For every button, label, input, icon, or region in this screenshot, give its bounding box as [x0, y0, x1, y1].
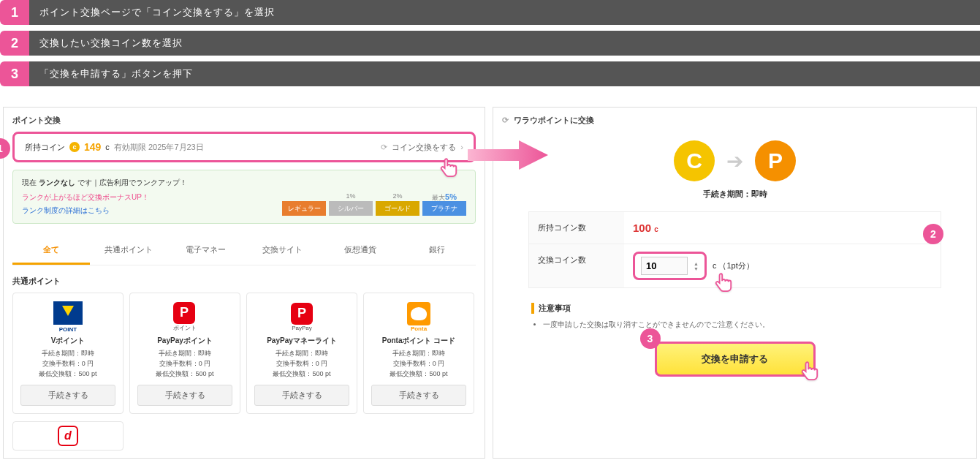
card-proceed-button[interactable]: 手続きする — [254, 385, 349, 406]
coin-icon: c — [69, 142, 80, 152]
step-2: 2 交換したい交換コイン数を選択 — [0, 31, 980, 56]
balance-amount: 149 — [84, 141, 101, 153]
balance-unit: c — [105, 143, 110, 151]
tab-emoney[interactable]: 電子マネー — [167, 237, 244, 265]
rank-regular: レギュラー — [282, 201, 326, 216]
exchange-card-list: POINT Vポイント 手続き期間：即時 交換手数料：0 円 最低交換額：500… — [12, 293, 476, 414]
card-proceed-button[interactable]: 手続きする — [137, 385, 232, 406]
card-dpoint[interactable]: d — [12, 421, 124, 451]
ponta-logo-icon: Ponta — [371, 301, 466, 333]
exchange-info-table: 所持コイン数 100 c 交換コイン数 2 ▲▼ c （1pt分） — [528, 211, 941, 288]
balance-bar[interactable]: 1 所持コイン c 149 c 有効期限 2025年7月23日 ⟳ コイン交換を… — [12, 132, 476, 162]
rank-status-text: 現在 ランクなし です｜広告利用でランクアップ！ — [22, 178, 466, 188]
card-fee: 交換手数料：0 円 — [371, 359, 466, 369]
coin-to-point-graphic: C ➔ P — [502, 140, 968, 181]
card-min: 最低交換額：500 pt — [254, 369, 349, 379]
owned-coins-label: 所持コイン数 — [529, 212, 624, 244]
coin-c-icon: C — [674, 140, 715, 181]
stepper-arrows-icon[interactable]: ▲▼ — [694, 261, 699, 271]
coin-amount-stepper[interactable]: ▲▼ — [633, 252, 707, 280]
section-title-common-points: 共通ポイント — [12, 276, 476, 287]
panel-warau-exchange: ⟳ ワラウポイントに交換 C ➔ P 手続き期間：即時 所持コイン数 100 c… — [493, 107, 977, 459]
paypay-logo-icon: PPayPay — [254, 301, 349, 333]
balance-label: 所持コイン — [25, 142, 65, 153]
rank-silver: 1%シルバー — [329, 201, 373, 216]
tab-crypto[interactable]: 仮想通貨 — [322, 237, 399, 265]
card-fee: 交換手数料：0 円 — [20, 359, 115, 369]
coin-amount-input[interactable] — [641, 257, 688, 275]
card-proceed-button[interactable]: 手続きする — [371, 385, 466, 406]
step-text: 「交換を申請する」ボタンを押下 — [29, 61, 980, 86]
card-vpoint: POINT Vポイント 手続き期間：即時 交換手数料：0 円 最低交換額：500… — [12, 293, 124, 414]
panel-title: ⟳ ワラウポイントに交換 — [502, 115, 968, 126]
exchange-coins-label: 交換コイン数 — [529, 244, 624, 287]
card-title: PayPayマネーライト — [254, 336, 349, 346]
coin-exchange-label: コイン交換をする — [392, 142, 456, 153]
card-title: Vポイント — [20, 336, 115, 346]
callout-badge-3-icon: 3 — [640, 328, 661, 349]
apply-exchange-button[interactable]: 交換を申請する — [655, 342, 816, 377]
card-period: 手続き期間：即時 — [254, 349, 349, 358]
card-min: 最低交換額：500 pt — [371, 369, 466, 379]
step-number: 1 — [0, 0, 29, 25]
dpoint-logo-icon: d — [58, 426, 78, 446]
owned-coins-value: 100 c — [633, 222, 658, 234]
step-1: 1 ポイント交換ページで「コイン交換をする」を選択 — [0, 0, 980, 25]
arrow-right-icon: ➔ — [726, 149, 743, 173]
card-fee: 交換手数料：0 円 — [254, 359, 349, 369]
notice-title: 注意事項 — [531, 303, 938, 314]
step-text: 交換したい交換コイン数を選択 — [29, 31, 980, 56]
notice-item: 一度申請した交換は取り消すことができませんのでご注意ください。 — [543, 320, 938, 330]
card-proceed-button[interactable]: 手続きする — [20, 385, 115, 406]
step-number: 3 — [0, 61, 29, 86]
card-period: 手続き期間：即時 — [371, 349, 466, 358]
chevron-right-icon: › — [460, 143, 463, 151]
card-min: 最低交換額：500 pt — [20, 369, 115, 379]
tab-common-points[interactable]: 共通ポイント — [90, 237, 167, 265]
processing-time-label: 手続き期間：即時 — [502, 189, 968, 200]
panel-point-exchange: ポイント交換 1 所持コイン c 149 c 有効期限 2025年7月23日 ⟳… — [3, 107, 485, 459]
rank-gold: 2%ゴールド — [376, 201, 419, 216]
rank-tier-bars: レギュラー 1%シルバー 2%ゴールド 最大5%プラチナ — [282, 201, 466, 216]
card-period: 手続き期間：即時 — [20, 349, 115, 358]
card-min: 最低交換額：500 pt — [137, 369, 232, 379]
step-list: 1 ポイント交換ページで「コイン交換をする」を選択 2 交換したい交換コイン数を… — [0, 0, 980, 107]
flow-arrow-icon — [468, 140, 548, 170]
paypay-logo-icon: Pポイント — [137, 301, 232, 333]
point-p-icon: P — [755, 140, 796, 181]
rank-bonus-text: ランクが上がるほど交換ボーナスUP！ — [22, 192, 149, 203]
pointer-hand-icon — [798, 359, 823, 384]
card-period: 手続き期間：即時 — [137, 349, 232, 358]
card-paypay-point: Pポイント PayPayポイント 手続き期間：即時 交換手数料：0 円 最低交換… — [129, 293, 240, 414]
tab-bank[interactable]: 銀行 — [398, 237, 476, 265]
balance-expiry: 有効期限 2025年7月23日 — [114, 142, 204, 153]
card-title: Pontaポイント コード — [371, 336, 466, 346]
panel-title: ポイント交換 — [12, 115, 476, 126]
vpoint-logo-icon: POINT — [20, 301, 115, 333]
coin-amount-suffix: c （1pt分） — [713, 260, 754, 271]
card-paypay-money: PPayPay PayPayマネーライト 手続き期間：即時 交換手数料：0 円 … — [246, 293, 357, 414]
tab-exchange-sites[interactable]: 交換サイト — [244, 237, 322, 265]
step-number: 2 — [0, 31, 29, 56]
pointer-hand-icon — [712, 271, 737, 295]
callout-badge-1-icon: 1 — [0, 138, 10, 159]
step-text: ポイント交換ページで「コイン交換をする」を選択 — [29, 0, 980, 25]
coin-exchange-link[interactable]: ⟳ コイン交換をする › — [381, 142, 463, 153]
refresh-icon: ⟳ — [502, 116, 509, 124]
card-fee: 交換手数料：0 円 — [137, 359, 232, 369]
category-tabs: 全て 共通ポイント 電子マネー 交換サイト 仮想通貨 銀行 — [12, 237, 476, 265]
card-title: PayPayポイント — [137, 336, 232, 346]
step-3: 3 「交換を申請する」ボタンを押下 — [0, 61, 980, 86]
callout-badge-2-icon: 2 — [923, 224, 943, 244]
rank-platinum: 最大5%プラチナ — [422, 201, 466, 216]
notice-section: 注意事項 一度申請した交換は取り消すことができませんのでご注意ください。 — [531, 303, 938, 330]
card-ponta: Ponta Pontaポイント コード 手続き期間：即時 交換手数料：0 円 最… — [363, 293, 474, 414]
rank-detail-link[interactable]: ランク制度の詳細はこちら — [22, 206, 149, 216]
tab-all[interactable]: 全て — [12, 237, 90, 265]
rank-info-box: 現在 ランクなし です｜広告利用でランクアップ！ ランクが上がるほど交換ボーナス… — [12, 170, 476, 224]
refresh-icon: ⟳ — [381, 143, 387, 152]
pointer-hand-icon — [437, 156, 462, 181]
